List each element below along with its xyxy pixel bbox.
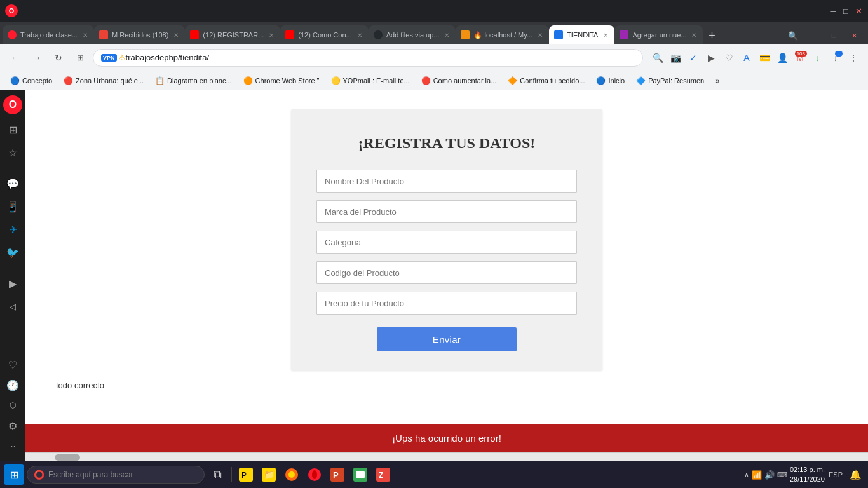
taskbar-app-opera[interactable] [304, 464, 325, 485]
player-icon[interactable]: ▶ [703, 50, 719, 66]
tab-yt2[interactable]: (12) Como Con... ✕ [280, 25, 368, 44]
bookmark-aumentar[interactable]: 🔴 Como aumentar la... [416, 74, 502, 88]
profile-icon[interactable]: 👤 [774, 50, 790, 66]
svg-point-5 [288, 471, 295, 478]
sidebar-item-heart[interactable]: ♡ [3, 355, 23, 375]
sidebar-item-bookmarks[interactable]: ☆ [3, 142, 23, 163]
svg-text:Z: Z [379, 471, 383, 480]
maximize-button[interactable]: □ [841, 6, 850, 15]
categoria-input[interactable] [316, 231, 577, 254]
forward-button[interactable]: → [28, 49, 46, 67]
tab-close-6[interactable]: ✕ [536, 31, 544, 39]
heart-icon[interactable]: ♡ [721, 50, 737, 66]
notification-button[interactable]: 🔔 [846, 466, 864, 484]
main-layout: O ⊞ ☆ 💬 📱 ✈ 🐦 ▶ ◁ ♡ 🕐 ⬡ ⚙ ··· ¡REGISTRA … [0, 90, 868, 461]
tab-close-1[interactable]: ✕ [81, 31, 89, 39]
reload-button[interactable]: ↻ [50, 49, 67, 67]
taskbar-app-firefox[interactable] [281, 464, 302, 485]
download-green-icon[interactable]: ↓ [810, 50, 826, 66]
tab-close-8[interactable]: ✕ [690, 31, 698, 39]
close-tabs-button[interactable]: ✕ [845, 27, 863, 44]
tab-yt1[interactable]: (12) REGISTRAR... ✕ [185, 25, 280, 44]
bookmark-confirma[interactable]: 🔶 Confirma tu pedido... [503, 74, 590, 88]
codigo-input[interactable] [316, 261, 577, 284]
sidebar-item-telegram[interactable]: ✈ [3, 219, 23, 240]
keyboard-icon[interactable]: ⌨ [777, 471, 787, 479]
search-tabs-button[interactable]: 🔍 [784, 27, 802, 44]
taskbar-app-files[interactable]: 📁 [259, 464, 279, 485]
bookmark-diagrama[interactable]: 📋 Diagrama en blanc... [150, 74, 237, 88]
page-content: ¡REGISTRA TUS DATOS! Enviar [25, 90, 868, 461]
bookmark-yopmail[interactable]: 🟡 YOPmail : E-mail te... [326, 74, 415, 88]
home-button[interactable]: ⊞ [71, 49, 89, 67]
sidebar-divider-3 [6, 322, 19, 322]
sidebar-item-whatsapp[interactable]: 📱 [3, 196, 23, 217]
search-icon[interactable]: 🔍 [649, 50, 666, 66]
minimize-tabs-button[interactable]: ─ [804, 27, 822, 44]
sidebar-item-twitter[interactable]: 🐦 [3, 242, 23, 262]
address-input-wrap: VPN ⚠ trabajosdephp/tiendita/ [93, 49, 643, 67]
sidebar-item-history[interactable]: 🕐 [3, 375, 23, 395]
nombre-input[interactable] [316, 170, 577, 193]
screenshot-icon[interactable]: 📷 [667, 50, 684, 66]
tab-gmail[interactable]: M Recibidos (108) ✕ [94, 25, 185, 44]
network-icon[interactable]: 📶 [752, 470, 762, 480]
gmail-badge: 108 [795, 51, 807, 57]
taskbar-app-slides[interactable] [350, 464, 370, 485]
sidebar-item-speed-dial[interactable]: ⊞ [3, 119, 23, 140]
marca-input[interactable] [316, 200, 577, 223]
sidebar-item-more[interactable]: ··· [3, 436, 23, 456]
tab-mysql[interactable]: 🔥 localhost / My... ✕ [456, 25, 549, 44]
submit-button[interactable]: Enviar [377, 327, 517, 351]
taskbar-app-pycharmpro[interactable]: P [236, 464, 256, 485]
tab-close-5[interactable]: ✕ [443, 31, 451, 39]
tab-tiendita[interactable]: TIENDITA ✕ [549, 25, 614, 44]
menu-icon[interactable]: ⋮ [845, 50, 862, 66]
start-button[interactable]: ⊞ [4, 464, 24, 485]
tab-ext[interactable]: Agregar un nue... ✕ [614, 25, 703, 44]
taskbar-search[interactable]: ⭕ Escribe aquí para buscar [27, 466, 205, 484]
close-button[interactable]: ✕ [854, 6, 863, 15]
bookmark-inicio[interactable]: 🔵 Inicio [591, 74, 630, 88]
horizontal-scrollbar[interactable] [25, 452, 868, 461]
taskbar-app-taskview[interactable]: ⧉ [207, 464, 227, 485]
wallet-icon[interactable]: 💳 [756, 50, 773, 66]
opera-logo[interactable]: O [5, 4, 18, 17]
minimize-button[interactable]: ─ [829, 6, 837, 15]
volume-icon[interactable]: 🔊 [764, 470, 775, 480]
precio-input[interactable] [316, 292, 577, 315]
tab-github[interactable]: Add files via up... ✕ [369, 25, 456, 44]
restore-tabs-button[interactable]: □ [825, 27, 843, 44]
sidebar-item-messenger[interactable]: 💬 [3, 173, 23, 194]
tab-close-3[interactable]: ✕ [268, 31, 275, 39]
tab-close-4[interactable]: ✕ [356, 31, 363, 39]
scrollbar-thumb[interactable] [55, 454, 80, 461]
sidebar-item-settings[interactable]: ⚙ [3, 416, 23, 436]
opera-sidebar-logo[interactable]: O [3, 95, 22, 114]
gmail-icon[interactable]: M 108 [792, 50, 808, 66]
download-icon[interactable]: ↓ ↓ [827, 50, 844, 66]
tab-trabajo[interactable]: Trabajo de clase... ✕ [3, 25, 94, 44]
expand-tray-icon[interactable]: ∧ [744, 471, 749, 479]
sidebar-item-extensions[interactable]: ⬡ [3, 395, 23, 416]
tab-close-2[interactable]: ✕ [172, 31, 180, 39]
bookmark-zona-urbana[interactable]: 🔴 Zona Urbana: qué e... [58, 74, 149, 88]
flow-icon[interactable]: ✓ [685, 50, 702, 66]
bookmark-chrome-store[interactable]: 🟠 Chrome Web Store " [238, 74, 325, 88]
tab-close-7[interactable]: ✕ [602, 31, 609, 39]
taskbar-divider [231, 467, 232, 482]
bookmarks-more[interactable]: » [710, 74, 724, 88]
bookmark-concepto[interactable]: 🔵 Concepto [5, 74, 57, 88]
svg-text:P: P [241, 471, 247, 480]
bookmark-paypal[interactable]: 🔷 PayPal: Resumen [631, 74, 709, 88]
sidebar-item-player[interactable]: ▶ [3, 273, 23, 294]
new-tab-button[interactable]: + [703, 27, 721, 44]
back-button[interactable]: ← [6, 49, 24, 67]
taskbar-clock[interactable]: 02:13 p. m. 29/11/2020 [790, 465, 825, 485]
address-text[interactable]: trabajosdephp/tiendita/ [126, 53, 635, 62]
taskbar-app-zoho[interactable]: Z [373, 464, 393, 485]
aria-icon[interactable]: A [738, 50, 755, 66]
sidebar-item-vr[interactable]: ◁ [3, 296, 23, 316]
vpn-badge: VPN [101, 54, 117, 62]
taskbar-app-powerpoint[interactable]: P [327, 464, 348, 485]
